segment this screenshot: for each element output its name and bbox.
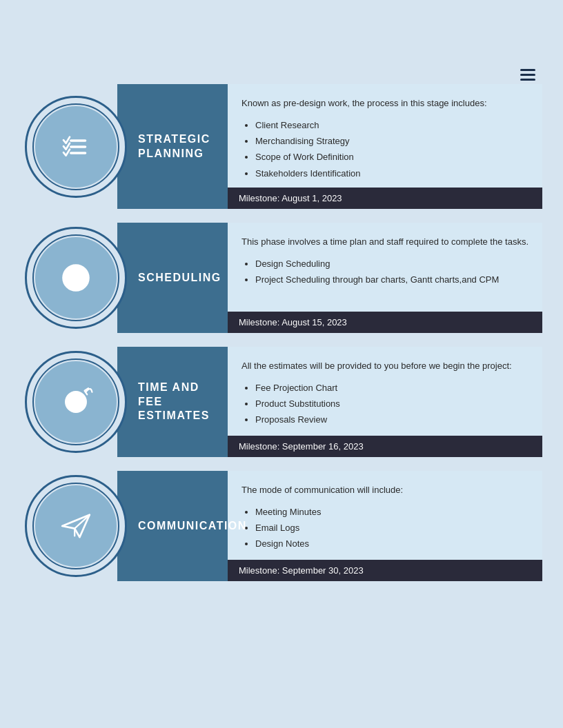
label-area: SCHEDULING [117, 223, 228, 333]
label-area: TIME AND FEEESTIMATES [117, 347, 228, 457]
title-co [523, 19, 535, 59]
header [0, 0, 563, 70]
circle-container [21, 223, 131, 333]
milestone-bar: Milestone: August 15, 2023 [228, 312, 542, 333]
section-time-fee-estimates: TIME AND FEEESTIMATES All the estimates … [21, 347, 542, 457]
list-item: Merchandising Strategy [255, 133, 529, 149]
section-label: COMMUNICATION [138, 519, 247, 534]
content-list: Meeting MinutesEmail LogsDesign Notes [241, 504, 529, 552]
circle-container [21, 84, 131, 209]
milestone-bar: Milestone: August 1, 2023 [228, 188, 542, 209]
section-label: SCHEDULING [138, 271, 221, 285]
inner-ring [32, 483, 119, 569]
content-area: All the estimates will be provided to yo… [228, 347, 542, 457]
label-area: COMMUNICATION [117, 471, 228, 581]
content-area: The mode of communication will include: … [228, 471, 542, 581]
content-description: This phase involves a time plan and staf… [241, 235, 529, 249]
paper-plane-icon [57, 507, 95, 545]
milestone-bar-wrapper: Milestone: August 1, 2023 [228, 178, 542, 209]
list-item: Design Scheduling [255, 256, 529, 272]
milestone-text: Milestone: August 15, 2023 [239, 317, 347, 327]
list-item: Client Research [255, 117, 529, 133]
list-item: Fee Projection Chart [255, 380, 529, 396]
content-area: Known as pre-design work, the process in… [228, 84, 542, 209]
outer-ring [25, 227, 127, 329]
milestone-bar-wrapper: Milestone: September 30, 2023 [228, 550, 542, 581]
list-item: Scope of Work Definition [255, 149, 529, 165]
content-description: The mode of communication will include: [241, 483, 529, 497]
content-area: This phase involves a time plan and staf… [228, 223, 542, 333]
section-label-line2: PLANNING [138, 148, 204, 159]
milestone-text: Milestone: August 1, 2023 [239, 193, 342, 203]
content-description: Known as pre-design work, the process in… [241, 97, 529, 110]
outer-ring [25, 475, 127, 577]
section-label-line2: ESTIMATES [138, 410, 210, 421]
sections-container: STRATEGICPLANNING Known as pre-design wo… [0, 84, 563, 581]
section-label-line1: TIME AND FEE [138, 381, 199, 407]
content-description: All the estimates will be provided to yo… [241, 359, 529, 373]
milestone-text: Milestone: September 30, 2023 [239, 565, 364, 576]
circle-container [21, 471, 131, 581]
inner-circle [35, 106, 117, 188]
section-label-line1: STRATEGIC [138, 133, 210, 145]
section-strategic-planning: STRATEGICPLANNING Known as pre-design wo… [21, 84, 542, 209]
content-list: Fee Projection ChartProduct Substitution… [241, 380, 529, 428]
clock-icon [57, 259, 95, 296]
inner-circle [35, 485, 117, 567]
circle-container [21, 347, 131, 457]
hamburger-menu-icon[interactable] [520, 69, 535, 81]
inner-ring [32, 234, 119, 321]
content-list: Client ResearchMerchandising StrategySco… [241, 117, 529, 182]
milestone-text: Milestone: September 16, 2023 [239, 441, 364, 452]
inner-ring [32, 103, 119, 190]
milestone-bar: Milestone: September 30, 2023 [228, 560, 542, 581]
milestone-bar-wrapper: Milestone: August 15, 2023 [228, 302, 542, 333]
outer-ring [25, 96, 127, 198]
section-communication: COMMUNICATION The mode of communication … [21, 471, 542, 581]
inner-ring [32, 358, 119, 445]
list-item: Meeting Minutes [255, 504, 529, 520]
label-area: STRATEGICPLANNING [117, 84, 228, 209]
section-label-line1: SCHEDULING [138, 272, 221, 283]
milestone-bar-wrapper: Milestone: September 16, 2023 [228, 426, 542, 457]
section-label: TIME AND FEEESTIMATES [138, 381, 214, 423]
section-label: STRATEGICPLANNING [138, 132, 210, 161]
milestone-bar: Milestone: September 16, 2023 [228, 436, 542, 457]
content-list: Design SchedulingProject Scheduling thro… [241, 256, 529, 288]
list-item: Product Substitutions [255, 396, 529, 412]
checklist-icon [57, 128, 95, 165]
section-label-line1: COMMUNICATION [138, 520, 247, 532]
outer-ring [25, 351, 127, 453]
section-scheduling: SCHEDULING This phase involves a time pl… [21, 223, 542, 333]
inner-circle [35, 361, 117, 443]
dollar-clock-icon [57, 383, 95, 421]
inner-circle [35, 237, 117, 318]
list-item: Project Scheduling through bar charts, G… [255, 272, 529, 287]
list-item: Email Logs [255, 520, 529, 536]
